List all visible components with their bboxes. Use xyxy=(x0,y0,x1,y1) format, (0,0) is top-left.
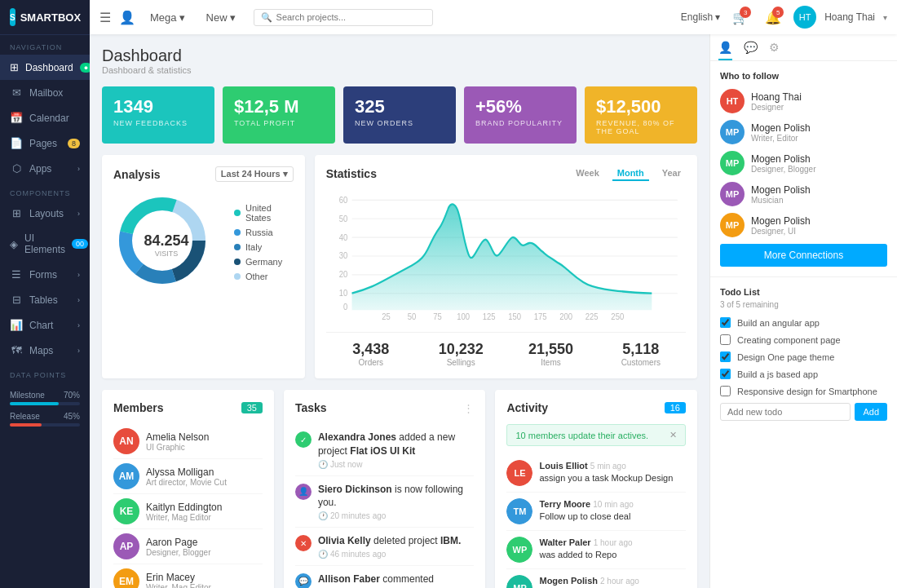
more-connections-button[interactable]: More Connections xyxy=(720,244,887,267)
svg-text:250: 250 xyxy=(611,312,624,321)
todo-checkbox[interactable] xyxy=(720,386,731,396)
data-points-section: Milestone 70% Release 45% xyxy=(0,382,90,441)
sidebar-item-calendar[interactable]: 📅 Calendar xyxy=(0,105,90,130)
activity-avatar: LE xyxy=(506,460,532,486)
activity-title: Activity xyxy=(506,401,548,414)
follow-info: Mogen Polish Writer, Editor xyxy=(751,122,811,143)
page-content: Dashboard Dashboard & statistics 1349 NE… xyxy=(90,34,709,588)
statistics-card-title: Statistics Week Month Year xyxy=(326,166,686,181)
stat-card-popularity: +56% BRAND POPULARITY xyxy=(464,86,577,144)
sidebar-item-layouts[interactable]: ⊞ Layouts › xyxy=(0,201,90,226)
list-item: Responsive design for Smartphone xyxy=(720,386,887,396)
user-name[interactable]: Hoang Thai xyxy=(824,11,875,23)
sidebar-item-ui-elements[interactable]: ◈ UI Elements 00 00 xyxy=(0,226,90,262)
list-item: Build an angular app xyxy=(720,317,887,328)
tab-year[interactable]: Year xyxy=(657,166,686,181)
todo-checkbox[interactable] xyxy=(720,317,731,328)
task-content: Alexandra Jones added a new project Flat… xyxy=(318,431,475,469)
list-item: TM Terry Moore 10 min ago Follow up to c… xyxy=(506,493,686,531)
stats-bottom: 3,438 Orders 10,232 Sellings 21,550 Item… xyxy=(326,332,686,367)
stat-card-revenue: $12,500 REVENUE, 80% OF THE GOAL xyxy=(585,86,697,144)
stat-items: 21,550 Items xyxy=(506,341,595,367)
follow-avatar: MP xyxy=(720,151,745,175)
todo-checkbox[interactable] xyxy=(720,351,731,362)
search-input[interactable] xyxy=(276,12,426,22)
period-select[interactable]: Last 24 Hours ▾ xyxy=(215,166,294,182)
members-count-badge: 35 xyxy=(241,402,263,413)
task-content: Olivia Kelly deleted project IBM. 🕐 46 m… xyxy=(318,534,461,559)
sidebar-item-forms[interactable]: ☰ Forms › xyxy=(0,262,90,287)
sidebar-item-dashboard[interactable]: ⊞ Dashboard ● xyxy=(0,55,90,80)
topnav: ☰ 👤 Mega ▾ New ▾ 🔍 English ▾ 🛒 3 🔔 5 HT … xyxy=(90,0,897,34)
new-menu-link[interactable]: New ▾ xyxy=(200,8,242,27)
rp-tab-settings[interactable]: ⚙ xyxy=(769,41,780,60)
list-item: MP Mogen Polish Designer, Blogger xyxy=(720,151,887,175)
logo[interactable]: S SMARTBOX xyxy=(0,0,90,35)
rp-tab-users[interactable]: 👤 xyxy=(718,41,732,60)
sidebar-item-label: Forms xyxy=(29,269,57,281)
list-item: KE Kaitlyn Eddington Writer, Mag Editor xyxy=(113,494,263,529)
who-to-follow-title: Who to follow xyxy=(720,71,887,81)
legend-item: Germany xyxy=(234,257,294,267)
stat-value: +56% xyxy=(475,98,565,116)
activity-content: Louis Elliot 5 min ago assign you a task… xyxy=(539,460,673,485)
tab-month[interactable]: Month xyxy=(612,166,649,181)
members-title: Members xyxy=(113,401,163,414)
tables-icon: ⊟ xyxy=(10,294,23,306)
legend-item: Italy xyxy=(234,242,294,252)
donut-sub: VISITS xyxy=(144,250,188,258)
notification-button[interactable]: 🔔 5 xyxy=(761,5,785,29)
activity-list: LE Louis Elliot 5 min ago assign you a t… xyxy=(506,454,686,588)
language-selector[interactable]: English ▾ xyxy=(681,11,720,23)
todo-checkbox[interactable] xyxy=(720,334,731,345)
calendar-icon: 📅 xyxy=(10,112,23,124)
statistics-card: Statistics Week Month Year xyxy=(315,155,697,378)
stat-value: $12,5 M xyxy=(234,98,324,116)
page-subtitle: Dashboard & statistics xyxy=(102,65,697,75)
todo-label: Design One page theme xyxy=(737,352,834,362)
todo-add-input[interactable] xyxy=(720,403,851,421)
svg-text:100: 100 xyxy=(457,312,470,321)
tasks-menu-icon[interactable]: ⋮ xyxy=(463,402,474,414)
close-alert-icon[interactable]: ✕ xyxy=(669,430,677,440)
navigation-label: Navigation xyxy=(0,35,90,55)
task-text: Allison Faber commented yourproject Flat… xyxy=(318,573,475,588)
tab-week[interactable]: Week xyxy=(571,166,604,181)
mega-menu-link[interactable]: Mega ▾ xyxy=(144,8,192,27)
hamburger-icon[interactable]: ☰ xyxy=(99,10,111,25)
stat-label: BRAND POPULARITY xyxy=(475,119,565,127)
legend-item: Russia xyxy=(234,228,294,237)
stat-label: TOTAL PROFIT xyxy=(234,119,324,127)
dashboard-badge: ● xyxy=(80,63,90,73)
sidebar-item-pages[interactable]: 📄 Pages 8 xyxy=(0,130,90,156)
rp-tab-messages[interactable]: 💬 xyxy=(744,41,758,60)
cart-button[interactable]: 🛒 3 xyxy=(728,5,753,29)
sidebar-item-chart[interactable]: 📊 Chart › xyxy=(0,312,90,338)
activity-text: Louis Elliot 5 min ago assign you a task… xyxy=(539,460,673,485)
activity-avatar: TM xyxy=(506,498,532,524)
list-item: MP Mogen Polish 2 hour ago was added: 5 … xyxy=(506,569,686,588)
sidebar-item-label: Calendar xyxy=(29,113,69,124)
sidebar-item-maps[interactable]: 🗺 Maps › xyxy=(0,338,90,363)
new-chevron-icon: ▾ xyxy=(230,11,236,24)
right-panel: 👤 💬 ⚙ Who to follow HT Hoang Thai Design… xyxy=(709,34,897,588)
content-area: Dashboard Dashboard & statistics 1349 NE… xyxy=(90,34,897,588)
right-panel-tabs: 👤 💬 ⚙ xyxy=(710,34,897,61)
task-dot: ✕ xyxy=(295,535,312,551)
todo-checkbox[interactable] xyxy=(720,369,731,379)
svg-text:50: 50 xyxy=(407,312,416,321)
search-box[interactable]: 🔍 xyxy=(254,9,433,26)
ui-badge1: 00 xyxy=(72,239,88,249)
task-text: Olivia Kelly deleted project IBM. xyxy=(318,534,461,548)
sidebar-item-tables[interactable]: ⊟ Tables › xyxy=(0,287,90,312)
follow-avatar: MP xyxy=(720,120,745,144)
stat-cards: 1349 NEW FEEDBACKS $12,5 M TOTAL PROFIT … xyxy=(102,86,697,144)
sidebar: S SMARTBOX Navigation ⊞ Dashboard ● ✉ Ma… xyxy=(0,0,90,588)
legend-dot xyxy=(234,259,241,265)
todo-add-button[interactable]: Add xyxy=(855,403,887,421)
task-time: 🕐 Just now xyxy=(318,460,475,469)
sidebar-item-apps[interactable]: ⬡ Apps › xyxy=(0,156,90,181)
user-nav-icon[interactable]: 👤 xyxy=(119,10,135,25)
sidebar-item-mailbox[interactable]: ✉ Mailbox xyxy=(0,80,90,105)
user-avatar[interactable]: HT xyxy=(793,6,816,29)
